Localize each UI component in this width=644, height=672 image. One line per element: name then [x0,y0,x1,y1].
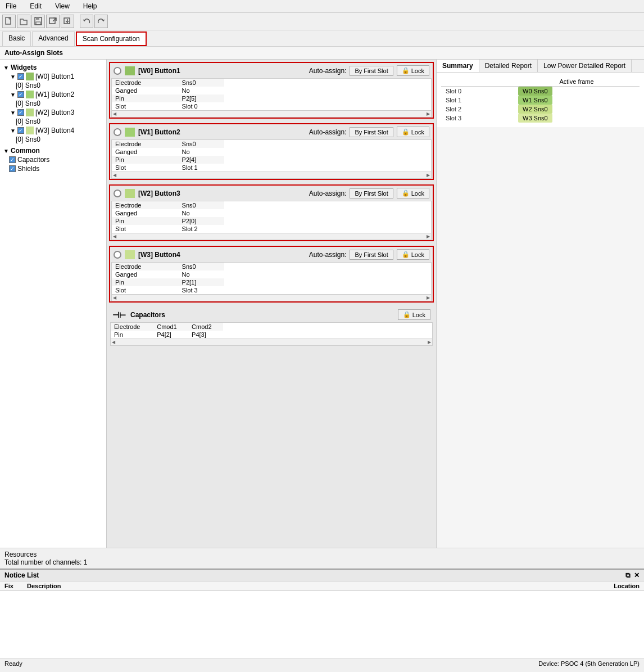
tree-w0-item[interactable]: ▼ ✓ [W0] Button1 [9,72,104,81]
widget-w0-radio[interactable] [114,67,121,75]
w1-label: [W1] Button2 [35,91,74,98]
scroll-left-arrow[interactable]: ◀ [113,173,116,178]
capacitors-checkbox[interactable]: ✓ [9,156,16,163]
w3-checkbox[interactable]: ✓ [17,127,24,134]
tree-w0-sub[interactable]: [0] Sns0 [9,81,104,90]
widget-w1-table: ElectrodeSns0 GangedNo PinP2[4] SlotSlot… [112,140,224,172]
menu-file[interactable]: File [2,1,20,11]
widgets-label: Widgets [11,64,37,71]
tab-advanced[interactable]: Advanced [32,31,74,46]
widgets-collapse-arrow[interactable]: ▼ [3,65,9,71]
tree-w2-sub[interactable]: [0] Sns0 [9,117,104,126]
summary-slot-2-row: Slot 2 W2 Sns0 [441,105,640,114]
notice-col-location: Location [572,583,640,589]
menu-view[interactable]: View [52,1,73,11]
widget-w2-table-container: ElectrodeSns0 GangedNo PinP2[0] SlotSlot… [111,201,432,240]
tab-basic[interactable]: Basic [2,31,31,46]
notice-close-button[interactable]: ✕ [634,571,640,579]
undo-button[interactable] [80,15,93,28]
w2-checkbox[interactable]: ✓ [17,109,24,116]
widget-w1-radio[interactable] [114,128,121,136]
widget-w1-scrollbar[interactable]: ◀ ▶ [112,172,431,178]
menu-bar: File Edit View Help [0,0,644,13]
tree-common-label[interactable]: ▼ Common [2,146,104,155]
menu-edit[interactable]: Edit [26,1,45,11]
table-row: ElectrodeSns0 [112,201,224,209]
widget-w3-radio[interactable] [114,251,121,259]
tree-w2-item[interactable]: ▼ ✓ [W2] Button3 [9,108,104,117]
widget-w3-first-slot-button[interactable]: By First Slot [350,250,393,260]
widget-w0-table-container: ElectrodeSns0 GangedNo PinP2[5] SlotSlot… [111,78,432,118]
table-row: ElectrodeSns0 [112,263,224,270]
widget-w3-scrollbar[interactable]: ◀ ▶ [112,294,431,301]
summary-slot-0-label: Slot 0 [441,87,514,96]
redo-button[interactable] [94,15,108,28]
scroll-left-arrow[interactable]: ◀ [113,295,116,300]
tree-widgets-section[interactable]: ▼ Widgets [2,63,104,72]
scroll-left-arrow[interactable]: ◀ [112,340,115,345]
w3-label: [W3] Button4 [35,127,74,134]
widget-w3-header-right: Auto-assign: By First Slot 🔒 Lock [309,249,429,260]
table-row: SlotSlot 1 [112,164,224,172]
w1-sub-label: [0] Sns0 [16,100,40,107]
table-row: SlotSlot 0 [112,102,224,110]
widget-w3-lock-button[interactable]: 🔒 Lock [397,249,429,260]
open-button[interactable] [17,15,30,28]
summary-slot-0-value: W0 Sns0 [514,87,640,96]
scroll-right-arrow[interactable]: ▶ [427,295,430,300]
summary-slot-2-value: W2 Sns0 [514,105,640,114]
export-external-button[interactable] [46,15,60,28]
widget-w2-block: [W2] Button3 Auto-assign: By First Slot … [109,184,434,241]
export-button[interactable] [61,15,74,28]
save-button[interactable] [31,15,45,28]
summary-tab-detailed[interactable]: Detailed Report [479,60,538,72]
tab-scan-configuration[interactable]: Scan Configuration [76,31,147,46]
w1-checkbox[interactable]: ✓ [17,91,24,98]
scroll-right-arrow[interactable]: ▶ [427,111,430,116]
scroll-right-arrow[interactable]: ▶ [427,234,430,239]
middle-panel: [W0] Button1 Auto-assign: By First Slot … [107,60,436,548]
widget-w2-first-slot-button[interactable]: By First Slot [350,188,393,199]
shields-checkbox[interactable]: ✓ [9,165,16,172]
tree-w3-sub[interactable]: [0] Sns0 [9,135,104,144]
tree-capacitors-item[interactable]: ✓ Capacitors [2,155,104,164]
w3-collapse-arrow[interactable]: ▼ [10,128,16,134]
scroll-right-arrow[interactable]: ▶ [427,173,430,178]
scroll-right-arrow[interactable]: ▶ [428,340,431,345]
widget-w0-first-slot-button[interactable]: By First Slot [350,66,393,76]
notice-restore-button[interactable]: ⧉ [625,571,631,579]
capacitors-scrollbar[interactable]: ◀ ▶ [111,339,432,345]
widget-w2-radio[interactable] [114,190,121,197]
summary-slot-1-label: Slot 1 [441,96,514,105]
resources-label: Resources [4,551,640,558]
w2-label: [W2] Button3 [35,109,74,116]
widget-w0-header: [W0] Button1 Auto-assign: By First Slot … [110,63,433,78]
table-row: PinP2[5] [112,94,224,102]
widget-w0-name: [W0] Button1 [138,67,180,75]
scroll-left-arrow[interactable]: ◀ [113,234,116,239]
capacitors-lock-button[interactable]: 🔒 Lock [398,309,430,320]
tree-w3-item[interactable]: ▼ ✓ [W3] Button4 [9,126,104,135]
w2-collapse-arrow[interactable]: ▼ [10,110,16,116]
widget-w0-header-left: [W0] Button1 [114,66,180,75]
widget-w0-scrollbar[interactable]: ◀ ▶ [112,110,431,117]
w0-checkbox[interactable]: ✓ [17,73,24,80]
menu-help[interactable]: Help [80,1,101,11]
scroll-left-arrow[interactable]: ◀ [113,111,116,116]
summary-tab-summary[interactable]: Summary [437,60,479,72]
common-collapse-arrow[interactable]: ▼ [3,148,9,154]
widget-w1-first-slot-button[interactable]: By First Slot [350,127,393,137]
tree-w1-item[interactable]: ▼ ✓ [W1] Button2 [9,90,104,99]
w1-collapse-arrow[interactable]: ▼ [10,92,16,98]
widget-w2-scrollbar[interactable]: ◀ ▶ [112,233,431,240]
widget-w2-lock-button[interactable]: 🔒 Lock [397,188,429,199]
widget-w1-lock-button[interactable]: 🔒 Lock [397,127,429,137]
tree-shields-item[interactable]: ✓ Shields [2,164,104,173]
summary-tab-low-power[interactable]: Low Power Detailed Report [538,60,632,72]
widget-w3-block: [W3] Button4 Auto-assign: By First Slot … [109,246,434,303]
tree-w1-sub[interactable]: [0] Sns0 [9,99,104,108]
capacitors-header: ⊣⊢ Capacitors 🔒 Lock [109,307,434,322]
w0-collapse-arrow[interactable]: ▼ [10,74,16,80]
widget-w0-lock-button[interactable]: 🔒 Lock [397,65,429,76]
new-button[interactable] [2,15,16,28]
